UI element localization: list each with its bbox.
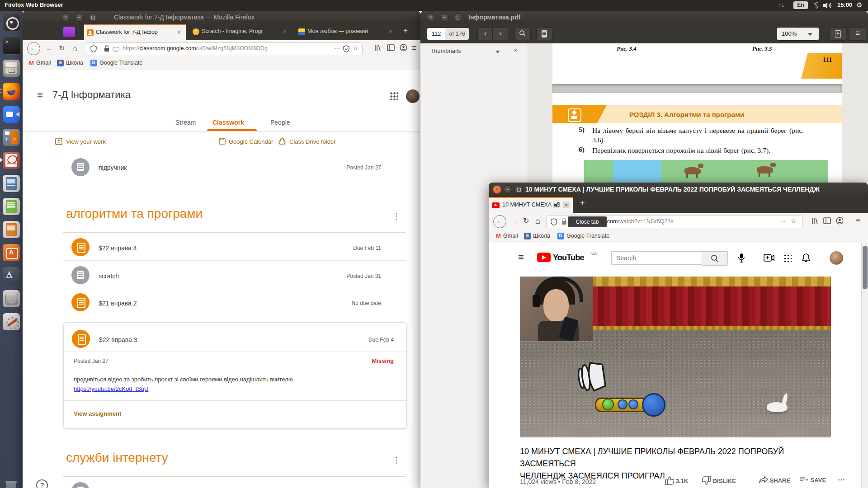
assignment-row-title[interactable]: $21 вправа 2 <box>99 300 137 307</box>
libreoffice-writer-icon[interactable] <box>3 175 20 192</box>
tab-close-icon[interactable]: × <box>389 28 392 35</box>
caret-down-icon[interactable] <box>495 51 500 56</box>
ubuntu-software-icon[interactable]: A <box>3 244 20 261</box>
video-player[interactable] <box>520 277 831 437</box>
home-button[interactable]: ⌂ <box>72 44 77 53</box>
bookmark-school[interactable]: Школа <box>533 233 550 239</box>
zoom-app-icon[interactable] <box>3 106 20 123</box>
classroom-menu-icon[interactable]: ≡ <box>37 89 43 101</box>
terminal-icon[interactable]: >_ <box>3 37 21 55</box>
calculator-icon[interactable]: + = <box>3 129 20 146</box>
pinned-tab-icon[interactable] <box>63 27 75 37</box>
section-kebab-icon[interactable]: ⋮ <box>392 211 401 221</box>
permissions-icon[interactable] <box>113 47 119 52</box>
new-tab-button[interactable]: + <box>580 198 585 208</box>
yt-notifications-bell-icon[interactable] <box>802 253 811 263</box>
libreoffice-impress-icon[interactable] <box>3 221 20 238</box>
yt-apps-grid-icon[interactable] <box>783 254 792 262</box>
tracking-shield-icon[interactable] <box>551 218 557 225</box>
file-archiver-icon[interactable] <box>3 60 20 77</box>
tweaks-tool-icon[interactable] <box>3 313 20 330</box>
network-updown-icon[interactable]: ↑↓ <box>778 1 784 8</box>
window-close-button[interactable]: × <box>61 13 70 22</box>
bookmark-gmail[interactable]: Gmail <box>503 233 518 239</box>
window-titlebar[interactable]: × − Classwork for 7-Д Інформатика — Mozi… <box>23 11 420 24</box>
material-row-title[interactable]: scratch <box>99 272 119 280</box>
like-button[interactable]: 3.1K <box>665 476 688 485</box>
help-button[interactable]: ? <box>36 479 48 488</box>
tab-stream[interactable]: Stream <box>175 119 196 126</box>
tab-mova[interactable]: Моя любов — рожевий × <box>296 24 397 39</box>
pdf-menu-button[interactable]: ≡ <box>849 27 866 41</box>
account-icon[interactable] <box>836 217 844 225</box>
view-your-work-link[interactable]: View your work <box>66 138 106 145</box>
yt-menu-icon[interactable]: ≡ <box>518 251 524 263</box>
view-assignment-link[interactable]: View assignment <box>74 410 121 417</box>
bookmark-school[interactable]: Школа <box>66 60 83 66</box>
library-icon[interactable] <box>811 217 819 225</box>
libreoffice-calc-icon[interactable] <box>3 198 20 215</box>
tracking-shield-icon[interactable] <box>90 45 97 52</box>
material-row-title[interactable]: підручник <box>99 164 127 171</box>
url-overflow-icon[interactable]: ⋯ <box>334 45 340 52</box>
clock[interactable]: 15:00 <box>837 1 852 8</box>
tab-classwork-active[interactable]: Classwork <box>212 119 244 126</box>
window-minimize-button[interactable]: − <box>75 13 84 22</box>
metallic-a-app-icon[interactable]: Ꙙ <box>3 267 20 284</box>
trash-icon[interactable] <box>5 480 17 488</box>
bookmark-star-icon[interactable]: ☆ <box>791 217 797 225</box>
tab-close-icon[interactable]: × <box>283 28 287 35</box>
yt-page-scrollbar[interactable] <box>861 243 868 488</box>
reload-button[interactable]: ↻ <box>523 216 529 225</box>
card-title[interactable]: $22 вправа 3 <box>99 336 137 343</box>
back-button[interactable]: ← <box>27 42 40 55</box>
page-forward-button[interactable]: › <box>492 28 508 40</box>
assignment-card[interactable]: $22 вправа 3 Due Feb 4 Posted Jan 27 Mis… <box>63 322 407 429</box>
url-bar[interactable]: https://classroom.google.com/u/0/w/Mzg5N… <box>86 42 363 55</box>
session-gear-icon[interactable]: ⚙ <box>856 1 862 9</box>
bookmark-gmail[interactable]: Gmail <box>36 60 51 66</box>
tab-youtube[interactable]: 10 МИНУТ СМЕХА | Л × <box>489 197 573 213</box>
course-title[interactable]: 7-Д Інформатика <box>52 89 131 101</box>
tab-close-icon[interactable]: × <box>563 202 570 208</box>
keyboard-layout-indicator[interactable]: En <box>793 1 808 9</box>
save-button[interactable]: SAVE <box>800 476 826 483</box>
google-apps-grid-icon[interactable] <box>390 92 398 100</box>
sidebar-toggle-icon[interactable] <box>823 217 831 224</box>
lock-icon[interactable] <box>561 218 567 225</box>
section-title-internet[interactable]: служби інтернету <box>66 450 168 465</box>
class-drive-folder-link[interactable]: Class Drive folder <box>289 138 336 145</box>
window-maximize-button[interactable] <box>454 13 462 22</box>
menu-hamburger-icon[interactable]: ≡ <box>856 216 861 225</box>
section-title-algorithms[interactable]: алгоритми та програми <box>66 206 203 221</box>
tab-people[interactable]: People <box>270 119 290 126</box>
share-button[interactable]: SHARE <box>759 476 790 484</box>
bluetooth-icon[interactable] <box>813 1 819 9</box>
pdf-titlebar[interactable]: × − Інформатика.pdf <box>420 11 868 24</box>
yt-profile-avatar[interactable] <box>830 251 843 265</box>
dislike-button[interactable]: DISLIKE <box>702 476 736 485</box>
google-calendar-link[interactable]: Google Calendar <box>229 138 273 145</box>
scrollbar-thumb[interactable] <box>863 246 868 289</box>
url-overflow-icon[interactable]: ⋯ <box>780 218 786 225</box>
zoom-dropdown[interactable]: 100% <box>777 27 819 41</box>
new-tab-button[interactable]: + <box>403 26 408 35</box>
pdf-search-button[interactable] <box>514 28 531 40</box>
tab-scratch[interactable]: Scratch - Imagine, Progr × <box>190 24 292 39</box>
page-back-button[interactable]: ‹ <box>477 28 493 40</box>
more-actions-icon[interactable]: ⋯ <box>838 475 845 484</box>
home-button[interactable]: ⌂ <box>535 216 540 226</box>
yt-create-icon[interactable] <box>764 254 774 262</box>
volume-icon[interactable] <box>823 2 833 9</box>
sidebar-toggle-icon[interactable] <box>387 44 395 51</box>
firefox-icon[interactable] <box>3 83 20 100</box>
forward-button[interactable]: → <box>45 44 52 52</box>
card-video-link[interactable]: https://youtu.be/2cKotf_tSqU <box>74 385 149 392</box>
window-maximize-button[interactable] <box>514 185 523 194</box>
protections-badge-icon[interactable] <box>343 45 349 52</box>
window-maximize-button[interactable] <box>89 13 97 22</box>
page-number-input[interactable]: 112 <box>427 28 446 40</box>
window-close-button[interactable]: × <box>493 185 501 194</box>
yt-mic-icon[interactable] <box>737 253 745 263</box>
assignment-row-title[interactable]: $22 вправа 4 <box>99 244 137 252</box>
